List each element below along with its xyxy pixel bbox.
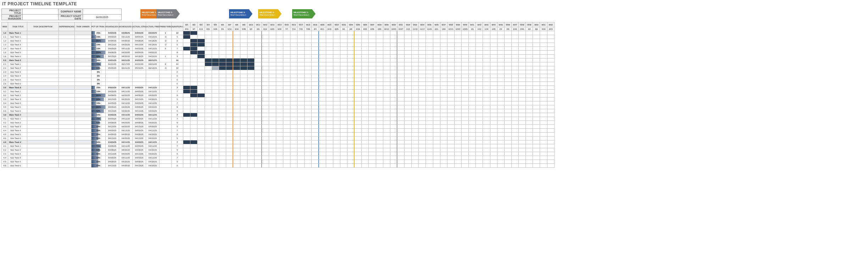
cell[interactable] (160, 121, 172, 125)
cell[interactable]: 04/21/25 (105, 59, 119, 62)
cell[interactable]: Sub Task 4 (8, 74, 27, 78)
cell[interactable] (27, 31, 59, 35)
cell[interactable]: 7 (171, 90, 183, 94)
cell[interactable]: 04/13/25 (133, 164, 146, 168)
cell[interactable] (74, 51, 91, 55)
cell[interactable]: Sub Task 1 (8, 117, 27, 121)
cell[interactable] (119, 78, 133, 82)
cell[interactable]: 04/03/25 (105, 47, 119, 51)
cell[interactable]: 1 (160, 55, 172, 59)
cell[interactable] (27, 82, 59, 86)
cell[interactable] (74, 113, 91, 117)
cell[interactable] (160, 82, 172, 86)
cell[interactable]: 04/11/25 (119, 86, 133, 90)
cell[interactable] (27, 133, 59, 137)
cell[interactable]: 04/13/25 (105, 152, 119, 156)
cell[interactable]: 04/20/25 (119, 98, 133, 101)
cell[interactable] (59, 43, 75, 47)
cell[interactable]: 04/20/25 (146, 125, 160, 129)
cell[interactable]: Sub Task 2 (8, 39, 27, 43)
cell[interactable]: 04/20/25 (119, 137, 133, 140)
cell[interactable]: Sub Task 5 (8, 51, 27, 55)
cell[interactable] (74, 47, 91, 51)
cell[interactable]: 04/20/25 (119, 31, 133, 35)
cell[interactable]: 04/13/25 (133, 152, 146, 156)
pct-cell[interactable]: 50% (91, 164, 105, 168)
cell[interactable] (74, 152, 91, 156)
cell[interactable]: 7 (171, 144, 183, 148)
cell[interactable] (59, 117, 75, 121)
cell[interactable]: 0 (171, 74, 183, 78)
cell[interactable] (59, 98, 75, 101)
cell[interactable]: 04/13/25 (105, 43, 119, 47)
cell[interactable] (59, 137, 75, 140)
cell[interactable] (74, 31, 91, 35)
pct-cell[interactable]: 25% (91, 31, 105, 35)
cell[interactable]: 5 (171, 125, 183, 129)
cell[interactable]: 4.2 (2, 121, 8, 125)
cell[interactable]: 9 (171, 121, 183, 125)
pct-cell[interactable]: 40% (91, 59, 105, 62)
cell[interactable]: 04/03/25 (105, 156, 119, 160)
cell[interactable]: 04/03/25 (105, 86, 119, 90)
cell[interactable]: 3.1 (2, 90, 8, 94)
cell[interactable]: 05/05/25 (105, 66, 119, 70)
cell[interactable]: 04/18/25 (146, 39, 160, 43)
cell[interactable]: 9 (171, 105, 183, 109)
cell[interactable]: Sub Task 5 (8, 105, 27, 109)
cell[interactable]: 7 (171, 117, 183, 121)
cell[interactable]: 5 (171, 152, 183, 156)
cell[interactable] (74, 82, 91, 86)
pct-cell[interactable]: 33% (91, 35, 105, 39)
pct-cell[interactable]: 40% (91, 140, 105, 144)
cell[interactable] (74, 43, 91, 47)
cell[interactable]: 04/03/25 (133, 101, 146, 105)
pct-cell[interactable]: 25% (91, 86, 105, 90)
cell[interactable] (59, 55, 75, 59)
cell[interactable]: 04/08/25 (105, 133, 119, 137)
cell[interactable]: 14 (171, 31, 183, 35)
cell[interactable]: Sub Task 3 (8, 152, 27, 156)
cell[interactable] (27, 125, 59, 129)
cell[interactable]: 9 (171, 148, 183, 152)
cell[interactable]: 0 (171, 82, 183, 86)
cell[interactable] (27, 35, 59, 39)
cell[interactable] (74, 70, 91, 74)
cell[interactable] (105, 82, 119, 86)
cell[interactable]: 04/20/25 (146, 152, 160, 156)
cell[interactable] (59, 94, 75, 98)
cell[interactable] (59, 66, 75, 70)
cell[interactable] (160, 90, 172, 94)
cell[interactable] (74, 109, 91, 113)
cell[interactable] (27, 105, 59, 109)
cell[interactable]: 04/08/25 (105, 105, 119, 109)
cell[interactable] (59, 59, 75, 62)
cell[interactable]: 04/03/25 (133, 47, 146, 51)
cell[interactable]: 04/13/25 (105, 125, 119, 129)
cell[interactable] (74, 137, 91, 140)
cell[interactable]: 44 (171, 62, 183, 66)
cell[interactable]: 04/03/25 (105, 90, 119, 94)
cell[interactable]: 04/11/25 (146, 156, 160, 160)
cell[interactable] (160, 164, 172, 168)
cell[interactable]: 04/03/25 (105, 117, 119, 121)
cell[interactable]: 3.5 (2, 105, 8, 109)
cell[interactable]: 04/08/25 (133, 39, 146, 43)
cell[interactable] (74, 98, 91, 101)
cell[interactable]: 04/20/25 (119, 109, 133, 113)
cell[interactable] (160, 59, 172, 62)
cell[interactable]: 04/13/25 (105, 164, 119, 168)
cell[interactable]: 04/11/25 (146, 113, 160, 117)
cell[interactable]: 04/08/25 (133, 105, 146, 109)
cell[interactable]: 04/22/25 (133, 59, 146, 62)
cell[interactable]: 04/12/25 (146, 47, 160, 51)
cell[interactable]: 04/11/25 (119, 113, 133, 117)
pct-cell[interactable]: 0% (91, 82, 105, 86)
cell[interactable] (74, 140, 91, 144)
cell[interactable]: 04/20/25 (119, 55, 133, 59)
cell[interactable] (74, 39, 91, 43)
cell[interactable] (146, 70, 160, 74)
cell[interactable]: 04/20/25 (119, 51, 133, 55)
cell[interactable]: 04/13/25 (133, 98, 146, 101)
cell[interactable]: 4.6 (2, 164, 8, 168)
